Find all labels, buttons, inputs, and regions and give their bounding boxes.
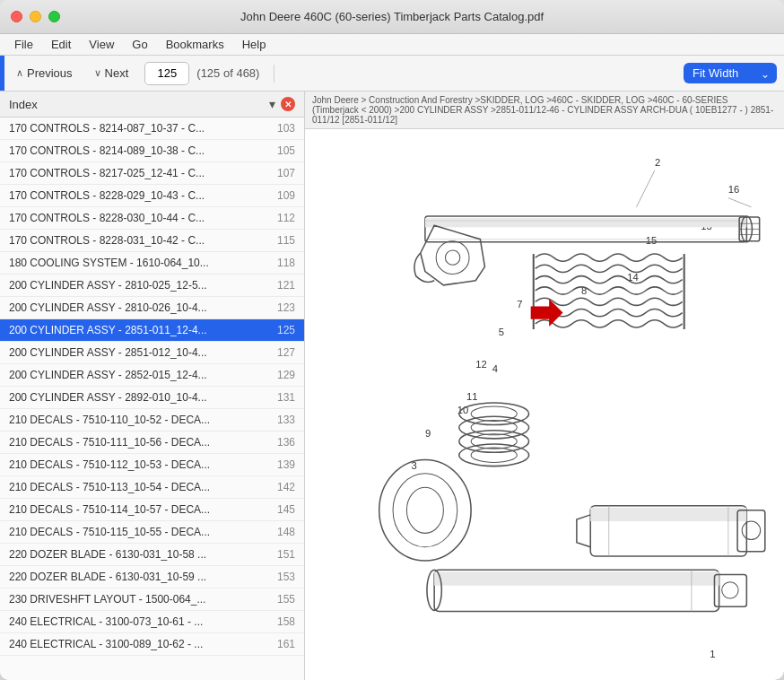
maximize-button[interactable] bbox=[48, 11, 60, 22]
sidebar-item-page: 107 bbox=[273, 167, 295, 179]
breadcrumb: John Deere > Construction And Forestry >… bbox=[305, 92, 784, 129]
sidebar-item-page: 153 bbox=[273, 571, 295, 583]
pdf-viewer: John Deere > Construction And Forestry >… bbox=[305, 92, 784, 680]
sidebar-dropdown-icon[interactable]: ▾ bbox=[269, 97, 275, 111]
svg-text:16: 16 bbox=[728, 184, 740, 195]
sidebar-item-label: 240 ELECTRICAL - 3100-073_10-61 - ... bbox=[9, 615, 266, 628]
svg-text:9: 9 bbox=[425, 428, 431, 439]
title-bar: John Deere 460C (60-series) Timberjack P… bbox=[0, 0, 784, 34]
page-input[interactable] bbox=[144, 62, 189, 85]
sidebar-item[interactable]: 220 DOZER BLADE - 6130-031_10-59 ...153 bbox=[0, 566, 304, 588]
sidebar-item-page: 115 bbox=[273, 234, 295, 247]
sidebar-item-page: 158 bbox=[273, 615, 295, 628]
previous-button[interactable]: ∧ Previous bbox=[7, 63, 82, 83]
sidebar-item-label: 210 DECALS - 7510-112_10-53 - DECA... bbox=[9, 458, 266, 471]
sidebar-item-label: 210 DECALS - 7510-113_10-54 - DECA... bbox=[9, 481, 266, 493]
main-window: John Deere 460C (60-series) Timberjack P… bbox=[0, 0, 784, 680]
sidebar-item-page: 103 bbox=[273, 122, 295, 135]
sidebar: Index ▾ ✕ 170 CONTROLS - 8214-087_10-37 … bbox=[0, 92, 305, 680]
sidebar-title: Index bbox=[9, 98, 38, 111]
sidebar-item[interactable]: 200 CYLINDER ASSY - 2851-012_10-4...127 bbox=[0, 342, 304, 364]
separator bbox=[274, 65, 274, 83]
sidebar-item-label: 200 CYLINDER ASSY - 2851-012_10-4... bbox=[9, 346, 266, 359]
sidebar-item[interactable]: 240 ELECTRICAL - 3100-089_10-62 - ...161 bbox=[0, 633, 304, 656]
sidebar-item-page: 109 bbox=[273, 189, 295, 202]
sidebar-close-button[interactable]: ✕ bbox=[281, 97, 295, 111]
sidebar-item-label: 170 CONTROLS - 8214-087_10-37 - C... bbox=[9, 122, 266, 135]
sidebar-item[interactable]: 170 CONTROLS - 8214-089_10-38 - C...105 bbox=[0, 140, 304, 162]
sidebar-item-label: 210 DECALS - 7510-110_10-52 - DECA... bbox=[9, 414, 266, 426]
svg-text:11: 11 bbox=[466, 391, 478, 402]
sidebar-item[interactable]: 210 DECALS - 7510-114_10-57 - DECA...145 bbox=[0, 499, 304, 521]
sidebar-item[interactable]: 210 DECALS - 7510-112_10-53 - DECA...139 bbox=[0, 454, 304, 476]
fit-select-wrapper: Fit Width Fit Page Actual Size 75% 100% … bbox=[684, 63, 777, 83]
sidebar-controls: ▾ ✕ bbox=[269, 97, 295, 111]
sidebar-item-page: 145 bbox=[273, 503, 295, 516]
sidebar-item[interactable]: 170 CONTROLS - 8228-030_10-44 - C...112 bbox=[0, 207, 304, 230]
sidebar-item-page: 151 bbox=[273, 548, 295, 561]
window-title: John Deere 460C (60-series) Timberjack P… bbox=[240, 10, 544, 23]
sidebar-item-page: 161 bbox=[273, 638, 295, 650]
sidebar-item-page: 131 bbox=[273, 391, 295, 404]
sidebar-item[interactable]: 210 DECALS - 7510-110_10-52 - DECA...133 bbox=[0, 409, 304, 432]
sidebar-item-label: 180 COOLING SYSTEM - 1610-064_10... bbox=[9, 257, 266, 269]
sidebar-item[interactable]: 230 DRIVESHFT LAYOUT - 1500-064_...155 bbox=[0, 588, 304, 611]
sidebar-item-page: 142 bbox=[273, 481, 295, 493]
sidebar-item[interactable]: 200 CYLINDER ASSY - 2852-015_12-4...129 bbox=[0, 364, 304, 387]
traffic-lights bbox=[11, 11, 60, 22]
sidebar-item-page: 155 bbox=[273, 593, 295, 606]
cylinder-diagram: 2 16 13 15 14 8 7 5 12 11 10 9 3 bbox=[315, 138, 774, 671]
menu-edit[interactable]: Edit bbox=[44, 36, 78, 53]
sidebar-item-label: 200 CYLINDER ASSY - 2852-015_12-4... bbox=[9, 369, 266, 381]
sidebar-item-page: 129 bbox=[273, 369, 295, 381]
sidebar-item[interactable]: 210 DECALS - 7510-113_10-54 - DECA...142 bbox=[0, 476, 304, 499]
menu-bar: File Edit View Go Bookmarks Help bbox=[0, 34, 784, 56]
menu-bookmarks[interactable]: Bookmarks bbox=[159, 36, 231, 53]
minimize-button[interactable] bbox=[30, 11, 41, 22]
sidebar-item[interactable]: 170 CONTROLS - 8214-087_10-37 - C...103 bbox=[0, 118, 304, 140]
next-label: Next bbox=[105, 66, 129, 80]
sidebar-item-label: 170 CONTROLS - 8228-030_10-44 - C... bbox=[9, 212, 266, 224]
diagram-container: 2 16 13 15 14 8 7 5 12 11 10 9 3 bbox=[305, 129, 784, 680]
sidebar-item-label: 200 CYLINDER ASSY - 2810-025_12-5... bbox=[9, 279, 266, 292]
svg-text:12: 12 bbox=[475, 359, 487, 370]
sidebar-item-label: 200 CYLINDER ASSY - 2810-026_10-4... bbox=[9, 301, 266, 314]
fit-select-container: Fit Width Fit Page Actual Size 75% 100% … bbox=[684, 63, 777, 83]
sidebar-item[interactable]: 240 ELECTRICAL - 3100-073_10-61 - ...158 bbox=[0, 611, 304, 633]
sidebar-item-page: 118 bbox=[273, 257, 295, 269]
sidebar-item-label: 240 ELECTRICAL - 3100-089_10-62 - ... bbox=[9, 638, 266, 650]
next-button[interactable]: ∨ Next bbox=[85, 63, 138, 83]
sidebar-item-label: 230 DRIVESHFT LAYOUT - 1500-064_... bbox=[9, 593, 266, 606]
svg-text:2: 2 bbox=[655, 157, 660, 168]
sidebar-item[interactable]: 220 DOZER BLADE - 6130-031_10-58 ...151 bbox=[0, 544, 304, 566]
menu-view[interactable]: View bbox=[82, 36, 121, 53]
sidebar-item[interactable]: 210 DECALS - 7510-111_10-56 - DECA...136 bbox=[0, 432, 304, 454]
sidebar-item-label: 170 CONTROLS - 8228-031_10-42 - C... bbox=[9, 234, 266, 247]
menu-go[interactable]: Go bbox=[125, 36, 154, 53]
sidebar-item-page: 148 bbox=[273, 526, 295, 538]
sidebar-item[interactable]: 210 DECALS - 7510-115_10-55 - DECA...148 bbox=[0, 521, 304, 544]
menu-file[interactable]: File bbox=[7, 36, 40, 53]
sidebar-item-label: 170 CONTROLS - 8214-089_10-38 - C... bbox=[9, 144, 266, 157]
svg-rect-40 bbox=[590, 508, 746, 521]
svg-text:7: 7 bbox=[517, 299, 522, 309]
chevron-up-icon: ∧ bbox=[16, 67, 23, 79]
sidebar-item[interactable]: 200 CYLINDER ASSY - 2810-026_10-4...123 bbox=[0, 297, 304, 319]
sidebar-item[interactable]: 170 CONTROLS - 8228-029_10-43 - C...109 bbox=[0, 185, 304, 207]
sidebar-item[interactable]: 180 COOLING SYSTEM - 1610-064_10...118 bbox=[0, 252, 304, 275]
close-button[interactable] bbox=[11, 11, 22, 22]
svg-rect-15 bbox=[425, 218, 746, 227]
sidebar-item[interactable]: 200 CYLINDER ASSY - 2892-010_10-4...131 bbox=[0, 387, 304, 409]
menu-help[interactable]: Help bbox=[235, 36, 274, 53]
sidebar-item-label: 170 CONTROLS - 8217-025_12-41 - C... bbox=[9, 167, 266, 179]
sidebar-item[interactable]: 200 CYLINDER ASSY - 2810-025_12-5...121 bbox=[0, 275, 304, 297]
fit-select[interactable]: Fit Width Fit Page Actual Size 75% 100% … bbox=[684, 63, 777, 83]
svg-text:4: 4 bbox=[492, 363, 498, 374]
sidebar-item-label: 210 DECALS - 7510-115_10-55 - DECA... bbox=[9, 526, 266, 538]
sidebar-item-page: 127 bbox=[273, 346, 295, 359]
sidebar-item-page: 125 bbox=[273, 324, 295, 336]
sidebar-item[interactable]: 170 CONTROLS - 8228-031_10-42 - C...115 bbox=[0, 230, 304, 252]
sidebar-list[interactable]: 170 CONTROLS - 8214-087_10-37 - C...1031… bbox=[0, 118, 304, 680]
sidebar-item[interactable]: 200 CYLINDER ASSY - 2851-011_12-4...125 bbox=[0, 319, 304, 342]
sidebar-item[interactable]: 170 CONTROLS - 8217-025_12-41 - C...107 bbox=[0, 162, 304, 185]
